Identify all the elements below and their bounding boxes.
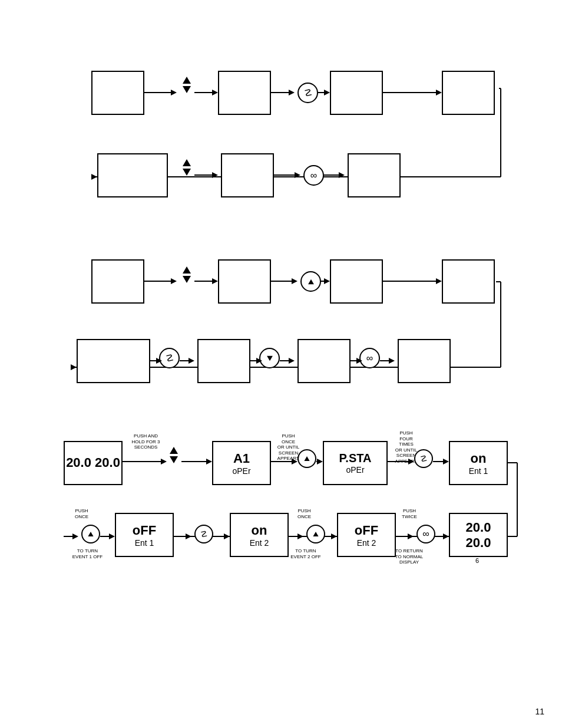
d1r2-box1: [97, 153, 168, 197]
d2-tri-down1: [183, 276, 191, 283]
d3-arrow2: [181, 459, 215, 467]
d3-tri-pair1: [170, 447, 178, 463]
diagram-area: ☡ ∞: [0, 0, 562, 728]
d3-box2: A1 oPEr: [212, 441, 271, 485]
svg-marker-23: [212, 278, 218, 284]
d3r2-turn-event2-off: TO TURNEVENT 2 OFF: [285, 548, 326, 559]
d1r2-box2: [221, 153, 274, 197]
d3r2-number6: 6: [468, 557, 486, 565]
d3r2-arrow6: [396, 533, 416, 542]
d3-arrow1: [123, 459, 170, 467]
d3r2-box1: oFF Ent 1: [115, 513, 174, 557]
svg-marker-75: [408, 533, 414, 539]
d1-tri-up2: [183, 159, 191, 166]
d3-box4-line1: on: [471, 451, 487, 466]
d1-box1: [91, 71, 144, 115]
d3-box2-line1: A1: [233, 451, 250, 466]
d3r2-box3-line2: Ent 2: [357, 538, 376, 548]
d2-box4: [442, 259, 495, 304]
d3-box4-line2: Ent 1: [469, 466, 488, 476]
d2r2-box4: [398, 339, 451, 383]
svg-marker-9: [436, 90, 442, 95]
d3r2-arrow2: [174, 533, 194, 542]
d3-box1-label: 20.0 20.0: [66, 454, 120, 472]
d3r2-circle-tri-up2: [313, 532, 318, 536]
d3-infinity3: ∞: [416, 525, 435, 543]
d1-tri-down1: [183, 86, 191, 93]
d2r2-arrow3b: [380, 358, 398, 367]
svg-marker-5: [289, 90, 295, 95]
svg-marker-25: [292, 278, 297, 284]
d3r2-tri-circle2: [306, 525, 325, 543]
d1-key-circle1: ☡: [297, 83, 318, 103]
d2r2-box1: [77, 339, 150, 383]
d2r2-box3: [297, 339, 351, 383]
d3-circle-tri-up1: [304, 456, 309, 461]
d3-box4: on Ent 1: [449, 441, 508, 485]
svg-marker-15: [212, 172, 218, 178]
d2-tri-up1: [183, 266, 191, 274]
svg-marker-65: [109, 533, 115, 539]
d2r2-circle-tri-down: [267, 355, 273, 360]
d1-tri-down2: [183, 169, 191, 176]
d3r2-box4-line1: 20.0: [466, 520, 491, 535]
d1r2-arrow3: [324, 172, 348, 181]
d3r2-box4: 20.0 20.0: [449, 513, 508, 557]
d3r2-box3-line1: oFF: [355, 523, 378, 538]
d2r2-arrow2b: [280, 358, 297, 367]
d2-tri-circle1: [300, 271, 321, 292]
svg-marker-29: [436, 278, 442, 284]
d3-box3-line2: oPEr: [346, 465, 364, 475]
svg-marker-57: [443, 459, 449, 465]
d2r2-box2: [197, 339, 250, 383]
d2-arrow2: [194, 278, 221, 287]
d3-box3: P.STA oPEr: [323, 441, 388, 485]
d1r2-arrow2: [274, 172, 303, 181]
svg-marker-3: [212, 90, 218, 95]
d3-push-hold-label: PUSH AND HOLD FOR 3 SECONDS: [127, 433, 165, 450]
d1r2-arrow1: [194, 172, 221, 181]
d1-box2: [218, 71, 271, 115]
d1-tri-up1: [183, 77, 191, 84]
d2-key-circle2: ☡: [159, 348, 180, 368]
d3-box2-line2: oPEr: [232, 466, 250, 476]
svg-marker-17: [295, 172, 300, 178]
d2-tri-pair1: [183, 266, 191, 283]
d3r2-tri-circle1: [81, 525, 100, 543]
d1-box3: [330, 71, 383, 115]
svg-marker-69: [224, 533, 230, 539]
d3r2-box2-line1: on: [252, 523, 267, 538]
d3r2-key-circle1: ☡: [194, 525, 213, 543]
d3r2-return-normal: TO RETURNTO NORMALDISPLAY: [387, 548, 431, 565]
d1-arrow3: [271, 90, 297, 98]
svg-marker-21: [171, 278, 177, 284]
d1-box4: [442, 71, 495, 115]
svg-marker-33: [71, 364, 77, 370]
d3-tri-circle1: [297, 449, 316, 468]
d3r2-turn-event1-off: TO TURNEVENT 1 OFF: [68, 548, 107, 559]
svg-marker-63: [72, 533, 78, 539]
d3-tri-up1: [170, 447, 178, 454]
d2-arrow5: [383, 278, 445, 287]
svg-marker-37: [189, 358, 194, 364]
svg-marker-13: [91, 174, 97, 180]
svg-marker-7: [324, 90, 330, 95]
page-number: 11: [535, 707, 544, 716]
d3r2-arrow-start: [64, 533, 81, 542]
d2-arrow1: [144, 278, 180, 287]
d2-circle-tri-up1: [308, 279, 314, 284]
d3r2-box2: on Ent 2: [230, 513, 289, 557]
svg-marker-1: [171, 90, 177, 95]
d1-infinity1: ∞: [303, 165, 324, 186]
d3-box1: 20.0 20.0: [64, 441, 123, 485]
d2r2-arrow1b: [180, 358, 197, 367]
d2-infinity2: ∞: [359, 348, 380, 368]
d1-arrow2: [194, 90, 221, 98]
d3r2-box1-line1: oFF: [133, 523, 156, 538]
svg-marker-27: [324, 278, 330, 284]
d3r2-push-twice: PUSHTWICE: [395, 508, 424, 519]
d3r2-push-once2: PUSHONCE: [291, 508, 318, 519]
d3-tri-down1: [170, 456, 178, 463]
d2r2-tri-down-circle: [259, 348, 280, 368]
d1r2-box3: [348, 153, 401, 197]
